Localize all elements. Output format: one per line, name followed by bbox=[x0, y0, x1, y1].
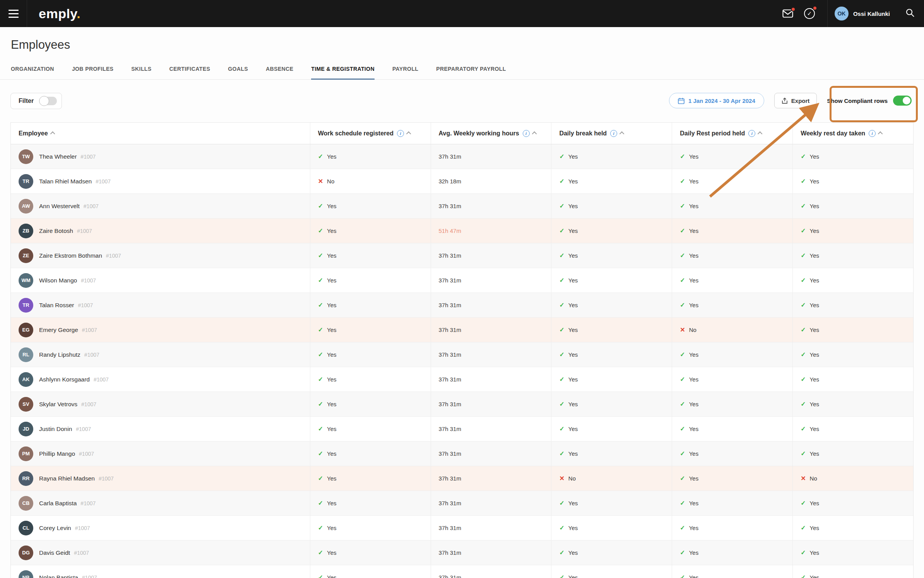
employee-id: #1007 bbox=[84, 203, 99, 209]
table-row[interactable]: WMWilson Mango#1007✓Yes37h 31m✓Yes✓Yes✓Y… bbox=[11, 268, 913, 293]
sort-chevron-icon[interactable] bbox=[50, 132, 55, 137]
employee-id: #1007 bbox=[99, 475, 114, 482]
table-row[interactable]: PMPhillip Mango#1007✓Yes37h 31m✓Yes✓Yes✓… bbox=[11, 441, 913, 466]
hamburger-menu-icon[interactable] bbox=[0, 0, 27, 27]
check-icon: ✓ bbox=[559, 425, 564, 433]
check-icon: ✓ bbox=[680, 153, 685, 160]
status-value: Yes bbox=[568, 252, 578, 259]
table-row[interactable]: ZEZaire Ekstrom Bothman#1007✓Yes37h 31m✓… bbox=[11, 243, 913, 268]
status-value: Yes bbox=[568, 500, 578, 506]
table-row[interactable]: AWAnn Westervelt#1007✓Yes37h 31m✓Yes✓Yes… bbox=[11, 194, 913, 219]
column-header-daily-rest-period-held[interactable]: Daily Rest period heldi bbox=[672, 123, 792, 144]
status-value: Yes bbox=[810, 277, 819, 284]
logo-dot: . bbox=[77, 6, 80, 21]
table-row[interactable]: TRTalan Rosser#1007✓Yes37h 31m✓Yes✓Yes✓Y… bbox=[11, 293, 913, 318]
sort-chevron-icon[interactable] bbox=[406, 132, 411, 137]
tab-organization[interactable]: ORGANIZATION bbox=[11, 61, 54, 80]
avg-hours-value: 37h 31m bbox=[439, 549, 461, 556]
avatar: RR bbox=[19, 471, 33, 486]
status-value: Yes bbox=[689, 178, 698, 185]
sort-chevron-icon[interactable] bbox=[619, 132, 625, 137]
info-icon[interactable]: i bbox=[748, 130, 755, 137]
tab-time-registration[interactable]: TIME & REGISTRATION bbox=[311, 61, 375, 80]
notification-badge bbox=[791, 7, 796, 12]
page: emply. ✓ OK Ossi Kallunki bbox=[0, 0, 924, 578]
info-icon[interactable]: i bbox=[397, 130, 404, 137]
employee-id: #1007 bbox=[82, 575, 97, 578]
column-header-employee[interactable]: Employee bbox=[11, 123, 310, 144]
table-row[interactable]: TRTalan Rhiel Madsen#1007✕No32h 18m✓Yes✓… bbox=[11, 169, 913, 194]
table-row[interactable]: TWThea Wheeler#1007✓Yes37h 31m✓Yes✓Yes✓Y… bbox=[11, 144, 913, 169]
employee-name: Wilson Mango bbox=[39, 277, 77, 284]
check-icon: ✓ bbox=[801, 252, 806, 259]
avg-hours-value: 37h 31m bbox=[439, 574, 461, 578]
table-row[interactable]: SVSkylar Vetrovs#1007✓Yes37h 31m✓Yes✓Yes… bbox=[11, 392, 913, 417]
table-row[interactable]: JDJustin Donin#1007✓Yes37h 31m✓Yes✓Yes✓Y… bbox=[11, 417, 913, 441]
check-icon: ✓ bbox=[559, 400, 564, 408]
employee-id: #1007 bbox=[96, 178, 111, 185]
tasks-icon[interactable]: ✓ bbox=[804, 8, 815, 19]
sort-chevron-icon[interactable] bbox=[758, 132, 763, 137]
table-row[interactable]: CLCorey Levin#1007✓Yes37h 31m✓Yes✓Yes✓Ye… bbox=[11, 516, 913, 540]
tab-certificates[interactable]: CERTIFICATES bbox=[169, 61, 210, 80]
messages-icon[interactable] bbox=[782, 9, 793, 18]
search-icon[interactable] bbox=[905, 8, 915, 19]
column-header-weekly-rest-day-taken[interactable]: Weekly rest day takeni bbox=[792, 123, 913, 144]
avatar: CB bbox=[19, 496, 33, 511]
table-row[interactable]: AKAshlynn Korsgaard#1007✓Yes37h 31m✓Yes✓… bbox=[11, 367, 913, 392]
employee-name: Emery George bbox=[39, 327, 78, 333]
table-row[interactable]: CBCarla Baptista#1007✓Yes37h 31m✓Yes✓Yes… bbox=[11, 491, 913, 516]
check-icon: ✓ bbox=[559, 178, 564, 185]
avg-hours-value: 37h 31m bbox=[439, 376, 461, 383]
tab-goals[interactable]: GOALS bbox=[228, 61, 248, 80]
table-row[interactable]: RRRayna Rhiel Madsen#1007✓Yes37h 31m✕No✓… bbox=[11, 466, 913, 491]
status-value: Yes bbox=[327, 549, 336, 556]
filter-button[interactable]: Filter bbox=[10, 93, 62, 109]
column-header-daily-break-held[interactable]: Daily break heldi bbox=[551, 123, 672, 144]
table-row[interactable]: RLRandy Lipshutz#1007✓Yes37h 31m✓Yes✓Yes… bbox=[11, 342, 913, 367]
check-icon: ✓ bbox=[559, 524, 564, 532]
check-icon: ✓ bbox=[801, 499, 806, 507]
check-icon: ✓ bbox=[801, 524, 806, 532]
status-value: Yes bbox=[327, 351, 336, 358]
top-bar: emply. ✓ OK Ossi Kallunki bbox=[0, 0, 924, 27]
user-menu[interactable]: OK Ossi Kallunki bbox=[835, 7, 890, 21]
check-icon: ✓ bbox=[318, 351, 323, 358]
status-value: Yes bbox=[810, 525, 819, 531]
date-range-button[interactable]: 1 Jan 2024 - 30 Apr 2024 bbox=[669, 93, 764, 108]
info-icon[interactable]: i bbox=[610, 130, 617, 137]
export-button[interactable]: Export bbox=[774, 93, 817, 108]
column-header-avg-weekly-working-hours[interactable]: Avg. Weekly working hoursi bbox=[431, 123, 551, 144]
check-icon: ✓ bbox=[318, 326, 323, 333]
info-icon[interactable]: i bbox=[523, 130, 530, 137]
check-icon: ✓ bbox=[559, 277, 564, 284]
column-label: Weekly rest day taken bbox=[801, 130, 865, 137]
tab-skills[interactable]: SKILLS bbox=[131, 61, 151, 80]
check-icon: ✓ bbox=[559, 202, 564, 210]
filter-toggle[interactable] bbox=[39, 97, 57, 105]
tabs: ORGANIZATIONJOB PROFILESSKILLSCERTIFICAT… bbox=[0, 61, 924, 79]
table-row[interactable]: ZBZaire Botosh#1007✓Yes51h 47m✓Yes✓Yes✓Y… bbox=[11, 219, 913, 243]
check-icon: ✓ bbox=[318, 202, 323, 210]
tab-preparatory-payroll[interactable]: PREPARATORY PAYROLL bbox=[436, 61, 506, 80]
table-row[interactable]: NBNolan Baptista#1007✓Yes37h 31m✓Yes✓Yes… bbox=[11, 565, 913, 578]
table-row[interactable]: EGEmery George#1007✓Yes37h 31m✓Yes✕No✓Ye… bbox=[11, 318, 913, 342]
tab-payroll[interactable]: PAYROLL bbox=[392, 61, 418, 80]
status-value: Yes bbox=[568, 227, 578, 234]
sort-chevron-icon[interactable] bbox=[878, 132, 883, 137]
status-value: Yes bbox=[689, 277, 698, 284]
employee-id: #1007 bbox=[80, 500, 96, 506]
tab-job-profiles[interactable]: JOB PROFILES bbox=[72, 61, 113, 80]
column-header-work-schedule-registered[interactable]: Work schedule registeredi bbox=[310, 123, 431, 144]
sort-chevron-icon[interactable] bbox=[532, 132, 537, 137]
status-value: Yes bbox=[689, 450, 698, 457]
avatar: EG bbox=[19, 323, 33, 337]
show-compliant-toggle[interactable] bbox=[893, 96, 912, 106]
check-icon: ✓ bbox=[559, 351, 564, 358]
tab-absence[interactable]: ABSENCE bbox=[266, 61, 293, 80]
status-value: Yes bbox=[810, 227, 819, 234]
table-row[interactable]: DGDavis Geidt#1007✓Yes37h 31m✓Yes✓Yes✓Ye… bbox=[11, 540, 913, 565]
info-icon[interactable]: i bbox=[869, 130, 876, 137]
employee-name: Ann Westervelt bbox=[39, 203, 80, 210]
status-value: Yes bbox=[568, 376, 578, 383]
